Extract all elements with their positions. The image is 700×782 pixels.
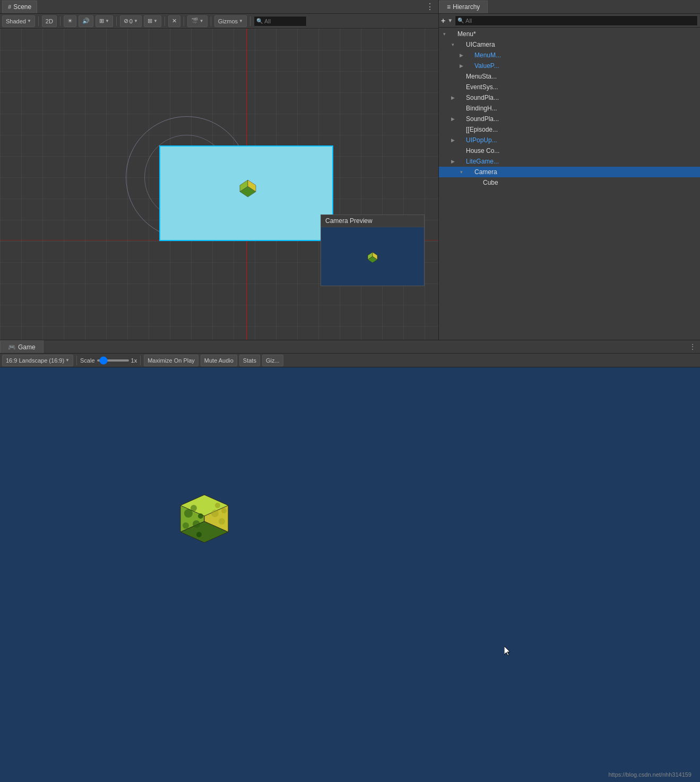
camera-preview-title: Camera Preview xyxy=(321,215,424,227)
audio-btn[interactable]: 🔊 xyxy=(79,15,93,27)
svg-point-58 xyxy=(183,522,189,529)
tree-icon-menustage xyxy=(456,72,464,81)
search-icon: 🔍 xyxy=(256,18,263,24)
grid-btn[interactable]: ⊞ ▼ xyxy=(144,15,161,27)
scene-panel: # Scene ⋮ Shaded ▼ 2D ☀ 🔊 ⊞ ▼ xyxy=(0,0,439,340)
tree-icon-bindingh xyxy=(456,104,464,113)
tree-arrow-uipopup: ▶ xyxy=(450,138,456,143)
tree-icon-valuep xyxy=(464,62,473,70)
scene-game-preview xyxy=(159,145,333,241)
camera-icon: 🎬 xyxy=(191,18,198,24)
grid-icon: ⊞ xyxy=(148,18,152,24)
game-panel: 🎮 Game ⋮ 16:9 Landscape (16:9) ▼ Scale 1… xyxy=(0,340,700,782)
hierarchy-tab-icon: ≡ xyxy=(447,3,451,11)
game-tab[interactable]: 🎮 Game xyxy=(0,340,44,353)
scale-value: 1x xyxy=(131,357,137,364)
tree-item-eventsys[interactable]: EventSys... xyxy=(439,82,700,92)
game-tab-bar: 🎮 Game ⋮ xyxy=(0,340,700,354)
resolution-dropdown[interactable]: 16:9 Landscape (16:9) ▼ xyxy=(2,355,73,366)
tree-label-camera: Camera xyxy=(474,168,497,176)
scene-search-input[interactable] xyxy=(264,18,304,24)
sep8 xyxy=(76,356,77,365)
tree-label-menu: Menu* xyxy=(457,30,476,38)
scene-tab-bar: # Scene ⋮ xyxy=(0,0,438,14)
tree-item-uipopup[interactable]: ▶ UIPopUp... xyxy=(439,135,700,145)
scene-viewport[interactable]: Camera Preview xyxy=(0,29,438,340)
scene-tab[interactable]: # Scene xyxy=(2,1,37,13)
tree-item-soundpla1[interactable]: ▶ SoundPla... xyxy=(439,92,700,103)
sep1 xyxy=(38,16,39,26)
footer-url: https://blog.csdn.net/nhh314159 xyxy=(608,771,692,778)
hierarchy-add-button[interactable]: + xyxy=(441,16,445,25)
game-viewport[interactable]: https://blog.csdn.net/nhh314159 xyxy=(0,367,700,782)
tools-icon: ✕ xyxy=(172,18,177,24)
tree-label-soundpla1: SoundPla... xyxy=(466,94,499,101)
camera-preview-popup: Camera Preview xyxy=(321,214,425,286)
hierarchy-tab[interactable]: ≡ Hierarchy xyxy=(439,1,488,13)
tree-item-bindingh[interactable]: BindingH... xyxy=(439,103,700,114)
tree-item-camera[interactable]: ▾ Camera xyxy=(439,167,700,177)
gizmos-btn[interactable]: Gizmos ▼ xyxy=(214,15,247,27)
2d-toggle[interactable]: 2D xyxy=(42,15,57,27)
cursor xyxy=(504,646,511,657)
tree-item-cube[interactable]: Cube xyxy=(439,177,700,188)
sep7 xyxy=(250,16,250,26)
effects-btn[interactable]: ⊞ ▼ xyxy=(96,15,113,27)
sep4 xyxy=(165,16,165,26)
stats-btn[interactable]: Stats xyxy=(239,355,260,366)
tree-label-uicamera: UICamera xyxy=(466,41,495,48)
game-cube-svg xyxy=(165,474,244,558)
visibility-btn[interactable]: ⊘ 0 ▼ xyxy=(120,15,142,27)
tree-icon-menumain xyxy=(464,51,473,59)
maximize-btn[interactable]: Maximize On Play xyxy=(144,355,198,366)
gizmos-game-btn[interactable]: Giz... xyxy=(262,355,283,366)
tree-item-soundpla2[interactable]: ▶ SoundPla... xyxy=(439,114,700,124)
tree-item-menustage[interactable]: MenuSta... xyxy=(439,71,700,82)
tree-label-soundpla2: SoundPla... xyxy=(466,115,499,123)
game-toolbar: 16:9 Landscape (16:9) ▼ Scale 1x Maximiz… xyxy=(0,354,700,367)
hierarchy-search-input[interactable] xyxy=(465,18,695,24)
tree-item-menu[interactable]: ▾ Menu* xyxy=(439,29,700,39)
mute-btn[interactable]: Mute Audio xyxy=(201,355,237,366)
tree-item-valuep[interactable]: ▶ ValueP... xyxy=(439,61,700,71)
tree-item-houseco[interactable]: House Co... xyxy=(439,145,700,156)
resolution-arrow: ▼ xyxy=(65,358,70,363)
scene-options-icon[interactable]: ⋮ xyxy=(424,2,436,12)
scene-tab-icon: # xyxy=(8,4,11,10)
visibility-icon: ⊘ xyxy=(124,18,128,24)
svg-point-57 xyxy=(191,505,197,511)
hierarchy-toolbar: + ▼ 🔍 xyxy=(439,14,700,28)
hierarchy-panel: ≡ Hierarchy + ▼ 🔍 ▾ Menu*▾ UICamera▶ M xyxy=(439,0,700,340)
tree-icon-episode xyxy=(456,125,464,134)
svg-point-59 xyxy=(198,513,203,519)
scene-mini-cube xyxy=(235,176,261,200)
camera-preview-viewport xyxy=(321,227,424,286)
gizmos-arrow: ▼ xyxy=(239,19,243,23)
tree-icon-eventsys xyxy=(456,83,464,91)
tree-item-litegame[interactable]: ▶ LiteGame... xyxy=(439,156,700,167)
tree-label-menustage: MenuSta... xyxy=(466,73,497,80)
tree-label-bindingh: BindingH... xyxy=(466,105,497,112)
hierarchy-search-icon: 🔍 xyxy=(457,18,464,23)
tools-btn[interactable]: ✕ xyxy=(168,15,180,27)
scene-search-box[interactable]: 🔍 xyxy=(254,16,307,27)
tree-label-menumain: MenuM... xyxy=(474,51,501,59)
shaded-dropdown[interactable]: Shaded ▼ xyxy=(2,15,35,27)
tree-arrow-valuep: ▶ xyxy=(458,63,464,68)
add-dropdown-arrow[interactable]: ▼ xyxy=(447,18,453,23)
tree-icon-houseco xyxy=(456,147,464,155)
game-tab-icon: 🎮 xyxy=(8,343,16,351)
scale-slider[interactable] xyxy=(97,359,129,362)
tree-icon-cube xyxy=(473,178,481,187)
tree-item-uicamera[interactable]: ▾ UICamera xyxy=(439,39,700,50)
tree-item-episode[interactable]: [[Episode... xyxy=(439,124,700,135)
tree-item-menumain[interactable]: ▶ MenuM... xyxy=(439,50,700,61)
camera-btn[interactable]: 🎬 ▼ xyxy=(187,15,208,27)
lighting-btn[interactable]: ☀ xyxy=(64,15,76,27)
hierarchy-search-box[interactable]: 🔍 xyxy=(455,15,698,26)
sep3 xyxy=(116,16,117,26)
game-options-icon[interactable]: ⋮ xyxy=(689,343,700,350)
audio-icon: 🔊 xyxy=(82,18,90,24)
vis-arrow: ▼ xyxy=(134,19,138,23)
tree-arrow-camera: ▾ xyxy=(458,169,464,175)
